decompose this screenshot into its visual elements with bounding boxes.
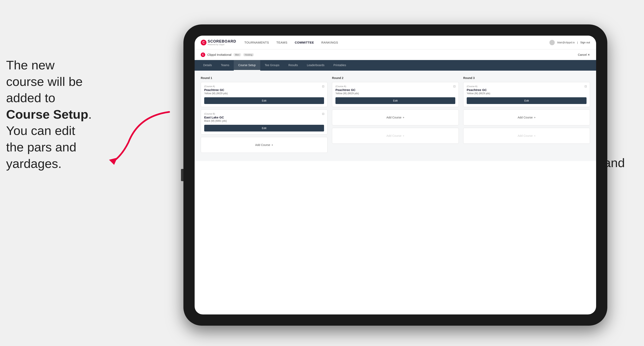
round-1-course-b-name: East Lake GC — [204, 116, 324, 119]
round-2-add-course-active-plus: + — [403, 116, 404, 119]
left-annotation: The new course will be added to Course S… — [6, 57, 104, 172]
round-3-add-course-active-button[interactable]: Add Course + — [463, 110, 590, 125]
round-3-add-course-active-plus: + — [534, 116, 536, 119]
nav-link-tournaments[interactable]: TOURNAMENTS — [244, 41, 269, 44]
left-arrow — [98, 106, 179, 167]
round-2-column: Round 2 ⊡ (Course A) Peachtree GC Yellow… — [332, 76, 459, 155]
round-1-course-a-delete-icon[interactable]: ⊡ — [321, 84, 325, 88]
round-2-course-a-edit-button[interactable]: Edit — [336, 97, 455, 104]
nav-right: blair@clippd.io | Sign out — [550, 40, 590, 45]
round-3-course-a-tag: (Course A) — [467, 85, 586, 88]
round-2-course-a-details: Yellow (M) (6629 yds) — [336, 92, 455, 95]
nav-links: TOURNAMENTS TEAMS COMMITTEE RANKINGS — [244, 41, 550, 44]
logo-text: SCOREBOARD — [208, 39, 236, 43]
svg-marker-0 — [109, 158, 117, 165]
round-1-course-a-name: Peachtree GC — [204, 88, 324, 92]
tab-teams[interactable]: Teams — [216, 60, 234, 71]
round-3-course-a-delete-icon[interactable]: ⊡ — [584, 84, 588, 88]
tablet-shell: C SCOREBOARD Powered by clippd TOURNAMEN… — [184, 24, 607, 326]
round-3-add-course-active-label: Add Course — [518, 116, 533, 119]
tab-leaderboards[interactable]: Leaderboards — [302, 60, 329, 71]
round-1-course-b-delete-icon[interactable]: ⊡ — [321, 112, 325, 116]
tab-details[interactable]: Details — [199, 60, 216, 71]
round-3-add-course-disabled-label: Add Course — [518, 134, 533, 137]
top-nav: C SCOREBOARD Powered by clippd TOURNAMEN… — [195, 36, 596, 49]
round-2-label: Round 2 — [332, 76, 459, 80]
round-1-course-b-tag: (Course B) — [204, 113, 324, 115]
breadcrumb-gender: Men — [233, 53, 241, 56]
round-1-column: Round 1 ⊡ (Course A) Peachtree GC Yellow… — [201, 76, 328, 155]
round-3-add-course-disabled-button: Add Course + — [463, 128, 590, 144]
round-3-course-a-details: Yellow (M) (6629 yds) — [467, 92, 586, 95]
round-2-course-a-card: ⊡ (Course A) Peachtree GC Yellow (M) (66… — [332, 82, 459, 107]
round-3-label: Round 3 — [463, 76, 590, 80]
tablet-screen: C SCOREBOARD Powered by clippd TOURNAMEN… — [195, 36, 596, 315]
breadcrumb-logo-c: C — [201, 52, 205, 57]
round-1-course-a-tag: (Course A) — [204, 85, 324, 88]
nav-logo: C SCOREBOARD Powered by clippd — [201, 39, 236, 46]
tab-bar: Details Teams Course Setup Tee Groups Re… — [195, 60, 596, 71]
round-1-course-a-details: Yellow (M) (6629 yds) — [204, 92, 324, 95]
round-2-course-a-delete-icon[interactable]: ⊡ — [452, 84, 456, 88]
round-1-course-b-details: Black (M) (6891 yds) — [204, 120, 324, 122]
cancel-button[interactable]: Cancel ✕ — [578, 53, 590, 56]
round-2-add-course-active-button[interactable]: Add Course + — [332, 110, 459, 125]
breadcrumb-tournament[interactable]: Clippd Invitational — [207, 53, 231, 56]
logo-sub: Powered by clippd — [208, 43, 236, 46]
nav-separator: | — [577, 41, 578, 44]
round-3-course-a-card: ⊡ (Course A) Peachtree GC Yellow (M) (66… — [463, 82, 590, 107]
tablet-side-button — [181, 169, 184, 181]
nav-link-committee[interactable]: COMMITTEE — [295, 41, 314, 44]
nav-avatar — [550, 40, 555, 45]
nav-link-teams[interactable]: TEAMS — [276, 41, 287, 44]
round-2-course-a-tag: (Course A) — [336, 85, 455, 88]
round-1-add-course-button[interactable]: Add Course + — [201, 137, 328, 153]
round-3-course-a-name: Peachtree GC — [467, 88, 586, 92]
round-1-add-course-label: Add Course — [255, 143, 270, 147]
round-2-add-course-disabled-label: Add Course — [386, 134, 402, 137]
tab-course-setup[interactable]: Course Setup — [234, 60, 260, 71]
nav-user-email: blair@clippd.io — [557, 41, 574, 44]
round-1-course-b-edit-button[interactable]: Edit — [204, 125, 324, 132]
round-3-course-a-edit-button[interactable]: Edit — [467, 97, 586, 104]
breadcrumb-bar: C Clippd Invitational Men Hosting Cancel… — [195, 49, 596, 60]
tab-results[interactable]: Results — [284, 60, 302, 71]
round-3-add-course-disabled-plus: + — [534, 134, 536, 137]
nav-link-rankings[interactable]: RANKINGS — [322, 41, 338, 44]
round-1-course-a-card: ⊡ (Course A) Peachtree GC Yellow (M) (66… — [201, 82, 328, 107]
breadcrumb-hosting: Hosting — [243, 53, 254, 56]
round-1-add-course-plus: + — [272, 143, 273, 147]
round-2-add-course-active-label: Add Course — [386, 116, 402, 119]
round-2-add-course-disabled-button: Add Course + — [332, 128, 459, 144]
round-1-course-a-edit-button[interactable]: Edit — [204, 97, 324, 104]
main-content: Round 1 ⊡ (Course A) Peachtree GC Yellow… — [195, 71, 596, 161]
round-1-course-b-card: ⊡ (Course B) East Lake GC Black (M) (689… — [201, 110, 328, 135]
tab-printables[interactable]: Printables — [329, 60, 350, 71]
round-3-column: Round 3 ⊡ (Course A) Peachtree GC Yellow… — [463, 76, 590, 155]
nav-sign-out[interactable]: Sign out — [580, 41, 590, 44]
round-2-add-course-disabled-plus: + — [403, 134, 404, 137]
round-1-label: Round 1 — [201, 76, 328, 80]
tab-tee-groups[interactable]: Tee Groups — [260, 60, 284, 71]
logo-c-icon: C — [201, 40, 206, 45]
round-2-course-a-name: Peachtree GC — [336, 88, 455, 92]
cancel-icon: ✕ — [588, 53, 590, 56]
